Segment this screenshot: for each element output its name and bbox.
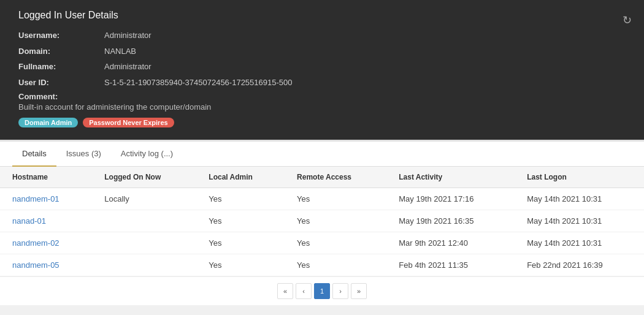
userid-row: User ID: S-1-5-21-1907385940-3745072456-… xyxy=(18,77,626,89)
pagination-prev[interactable]: ‹ xyxy=(296,283,312,299)
hosts-table: Hostname Logged On Now Local Admin Remot… xyxy=(0,167,644,276)
username-value: Administrator xyxy=(104,29,151,42)
password-never-expires-badge: Password Never Expires xyxy=(83,118,174,127)
refresh-button[interactable]: ↻ xyxy=(623,13,632,27)
table-row: nandmem-02YesYesMar 9th 2021 12:40May 14… xyxy=(0,232,644,254)
cell-last-activity: Mar 9th 2021 12:40 xyxy=(386,232,515,254)
tab-details[interactable]: Details xyxy=(12,142,56,167)
cell-local-admin: Yes xyxy=(196,188,285,210)
table-row: nandmem-01LocallyYesYesMay 19th 2021 17:… xyxy=(0,188,644,210)
userid-label: User ID: xyxy=(18,77,104,89)
col-local-admin: Local Admin xyxy=(196,167,285,188)
col-remote-access: Remote Access xyxy=(285,167,386,188)
table-row: nandmem-05YesYesFeb 4th 2021 11:35Feb 22… xyxy=(0,254,644,276)
top-section: Logged In User Details ↻ Username: Admin… xyxy=(0,0,644,140)
cell-hostname[interactable]: nandmem-05 xyxy=(0,254,92,276)
col-last-logon: Last Logon xyxy=(515,167,644,188)
pagination-page-1[interactable]: 1 xyxy=(314,283,330,299)
cell-logged-on-now xyxy=(92,254,196,276)
fullname-row: Fullname: Administrator xyxy=(18,61,626,73)
cell-hostname[interactable]: nandmem-02 xyxy=(0,232,92,254)
cell-hostname[interactable]: nandmem-01 xyxy=(0,188,92,210)
table-row: nanad-01YesYesMay 19th 2021 16:35May 14t… xyxy=(0,210,644,232)
cell-local-admin: Yes xyxy=(196,232,285,254)
tabs-container: Details Issues (3) Activity log (...) xyxy=(0,142,644,167)
cell-last-activity: Feb 4th 2021 11:35 xyxy=(386,254,515,276)
username-row: Username: Administrator xyxy=(18,29,626,42)
cell-hostname[interactable]: nanad-01 xyxy=(0,210,92,232)
cell-logged-on-now xyxy=(92,210,196,232)
cell-remote-access: Yes xyxy=(285,188,386,210)
cell-local-admin: Yes xyxy=(196,210,285,232)
domain-value: NANLAB xyxy=(104,45,136,58)
cell-local-admin: Yes xyxy=(196,254,285,276)
cell-remote-access: Yes xyxy=(285,254,386,276)
cell-remote-access: Yes xyxy=(285,232,386,254)
comment-row: Comment: Built-in account for administer… xyxy=(18,92,626,112)
userid-value: S-1-5-21-1907385940-3745072456-172551691… xyxy=(104,77,292,89)
bottom-section: Details Issues (3) Activity log (...) Ho… xyxy=(0,140,644,305)
tab-issues[interactable]: Issues (3) xyxy=(56,142,111,167)
col-last-activity: Last Activity xyxy=(386,167,515,188)
cell-logged-on-now xyxy=(92,232,196,254)
tab-activity-log[interactable]: Activity log (...) xyxy=(111,142,183,167)
fullname-label: Fullname: xyxy=(18,61,104,73)
cell-logged-on-now: Locally xyxy=(92,188,196,210)
cell-last-logon: May 14th 2021 10:31 xyxy=(515,210,644,232)
domain-label: Domain: xyxy=(18,45,104,58)
pagination: « ‹ 1 › » xyxy=(0,276,644,305)
comment-label: Comment: xyxy=(18,92,626,101)
cell-last-logon: May 14th 2021 10:31 xyxy=(515,188,644,210)
cell-last-activity: May 19th 2021 17:16 xyxy=(386,188,515,210)
fullname-value: Administrator xyxy=(104,61,151,73)
pagination-next[interactable]: › xyxy=(332,283,348,299)
pagination-last[interactable]: » xyxy=(351,283,367,299)
domain-admin-badge: Domain Admin xyxy=(18,118,78,127)
domain-row: Domain: NANLAB xyxy=(18,45,626,58)
badges-container: Domain Admin Password Never Expires xyxy=(18,118,626,127)
pagination-first[interactable]: « xyxy=(277,283,293,299)
cell-last-logon: May 14th 2021 10:31 xyxy=(515,232,644,254)
comment-text: Built-in account for administering the c… xyxy=(18,102,626,112)
cell-last-logon: Feb 22nd 2021 16:39 xyxy=(515,254,644,276)
table-header-row: Hostname Logged On Now Local Admin Remot… xyxy=(0,167,644,188)
table-container: Hostname Logged On Now Local Admin Remot… xyxy=(0,167,644,276)
col-logged-on-now: Logged On Now xyxy=(92,167,196,188)
page-title: Logged In User Details xyxy=(18,10,626,21)
cell-remote-access: Yes xyxy=(285,210,386,232)
col-hostname: Hostname xyxy=(0,167,92,188)
username-label: Username: xyxy=(18,29,104,42)
cell-last-activity: May 19th 2021 16:35 xyxy=(386,210,515,232)
